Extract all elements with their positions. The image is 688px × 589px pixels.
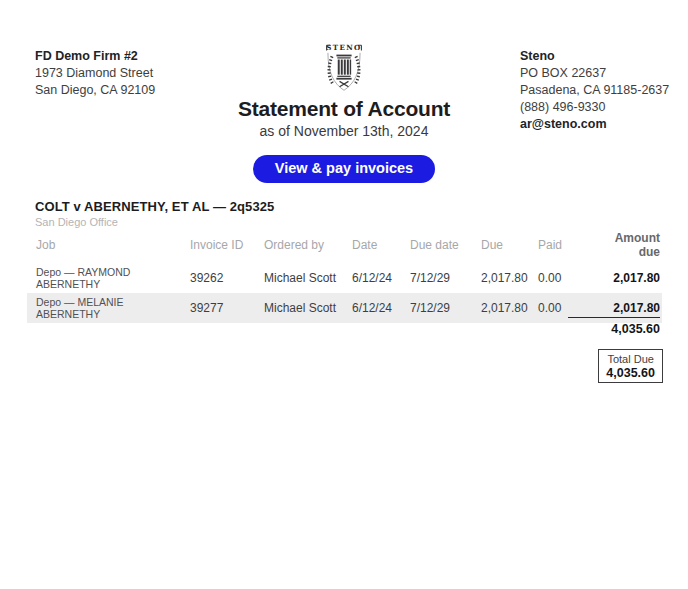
svg-text:STENO: STENO (326, 43, 361, 52)
cell-due: 2,017.80 (472, 293, 529, 323)
invoice-table: Job Invoice ID Ordered by Date Due date … (27, 231, 662, 323)
column-header-due: Due (472, 231, 529, 263)
steno-name: Steno (520, 48, 669, 65)
cell-date: 6/12/24 (343, 263, 401, 293)
table-row: Depo — RAYMOND ABERNETHY 39262 Michael S… (27, 263, 662, 293)
cell-invoice-id: 39277 (181, 293, 255, 323)
subtotal-section: 4,035.60 (542, 317, 662, 336)
table-header-row: Job Invoice ID Ordered by Date Due date … (27, 231, 662, 263)
cell-paid: 0.00 (529, 263, 582, 293)
statement-page: FD Demo Firm #2 1973 Diamond Street San … (0, 0, 688, 589)
steno-po-box: PO BOX 22637 (520, 65, 669, 82)
cell-job: Depo — MELANIE ABERNETHY (27, 293, 181, 323)
cell-invoice-id: 39262 (181, 263, 255, 293)
case-title: COLT v ABERNETHY, ET AL — 2q5325 (35, 199, 274, 214)
invoice-table-container: Job Invoice ID Ordered by Date Due date … (27, 231, 662, 323)
cell-job: Depo — RAYMOND ABERNETHY (27, 263, 181, 293)
steno-crest-icon: STENO (319, 42, 369, 94)
page-title: Statement of Account (0, 97, 688, 121)
cell-due: 2,017.80 (472, 263, 529, 293)
page-subtitle: as of November 13th, 2024 (0, 123, 688, 139)
column-header-job: Job (27, 231, 181, 263)
subtotal-divider (568, 317, 660, 318)
total-due-box: Total Due 4,035.60 (598, 349, 663, 383)
cell-date: 6/12/24 (343, 293, 401, 323)
view-pay-invoices-button[interactable]: View & pay invoices (253, 155, 435, 183)
column-header-amount-due: Amount due (582, 231, 662, 263)
total-due-label: Total Due (606, 353, 655, 366)
column-header-date: Date (343, 231, 401, 263)
subtotal-value: 4,035.60 (542, 322, 662, 336)
case-office: San Diego Office (35, 216, 118, 228)
cell-due-date: 7/12/29 (401, 293, 472, 323)
column-header-ordered-by: Ordered by (255, 231, 343, 263)
cell-ordered-by: Michael Scott (255, 293, 343, 323)
cell-due-date: 7/12/29 (401, 263, 472, 293)
column-header-due-date: Due date (401, 231, 472, 263)
column-header-invoice-id: Invoice ID (181, 231, 255, 263)
cell-ordered-by: Michael Scott (255, 263, 343, 293)
column-header-paid: Paid (529, 231, 582, 263)
pay-button-row: View & pay invoices (0, 155, 688, 183)
cell-amount-due: 2,017.80 (582, 263, 662, 293)
total-due-value: 4,035.60 (606, 366, 655, 380)
